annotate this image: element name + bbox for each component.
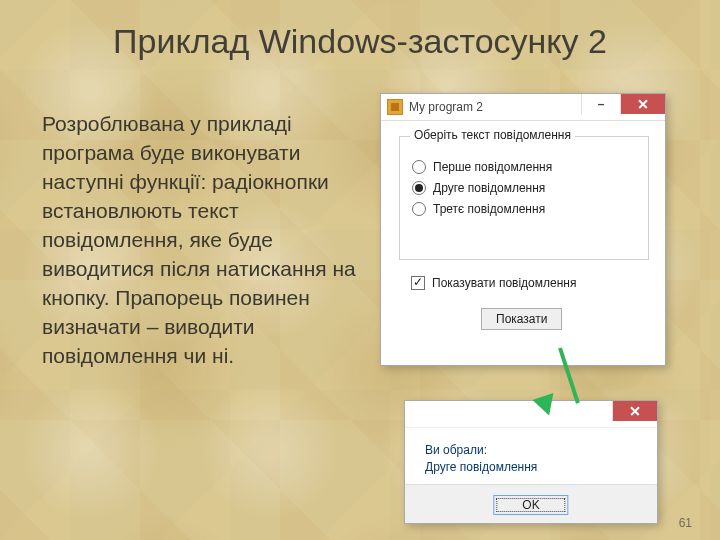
app-icon (387, 99, 403, 115)
group-legend: Оберіть текст повідомлення (410, 128, 575, 142)
slide-title: Приклад Windows-застосунку 2 (60, 22, 660, 61)
messagebox-body: Ви обрали: Друге повідомлення (405, 428, 657, 483)
radio-option-3[interactable]: Третє повідомлення (412, 202, 636, 216)
radio-label: Друге повідомлення (433, 181, 545, 195)
radio-label: Перше повідомлення (433, 160, 552, 174)
close-button[interactable] (620, 94, 665, 114)
slide-body: Розроблювана у прикладі програма буде ви… (42, 110, 372, 371)
minimize-button[interactable]: – (581, 94, 620, 114)
app-title: My program 2 (409, 100, 581, 114)
window-buttons: – (581, 94, 665, 120)
slide: Приклад Windows-застосунку 2 Розроблюван… (0, 0, 720, 540)
messagebox-titlebar[interactable] (405, 401, 657, 428)
titlebar[interactable]: My program 2 – (381, 94, 665, 121)
app-window-1: My program 2 – Оберіть текст повідомленн… (380, 93, 666, 366)
checkbox-label: Показувати повідомлення (432, 276, 576, 290)
radio-option-1[interactable]: Перше повідомлення (412, 160, 636, 174)
radio-indicator (412, 202, 426, 216)
messagebox-line1: Ви обрали: (425, 442, 645, 459)
radio-groupbox: Оберіть текст повідомлення Перше повідом… (399, 136, 649, 260)
checkbox-indicator (411, 276, 425, 290)
radio-indicator (412, 160, 426, 174)
messagebox-line2: Друге повідомлення (425, 459, 645, 476)
messagebox-window: Ви обрали: Друге повідомлення OK (404, 400, 658, 524)
page-number: 61 (679, 516, 692, 530)
radio-option-2[interactable]: Друге повідомлення (412, 181, 636, 195)
radio-list: Перше повідомлення Друге повідомлення Тр… (400, 137, 648, 231)
show-button[interactable]: Показати (481, 308, 562, 330)
show-checkbox[interactable]: Показувати повідомлення (411, 276, 576, 290)
ok-button[interactable]: OK (493, 495, 568, 515)
close-button[interactable] (612, 401, 657, 421)
radio-label: Третє повідомлення (433, 202, 545, 216)
radio-indicator (412, 181, 426, 195)
